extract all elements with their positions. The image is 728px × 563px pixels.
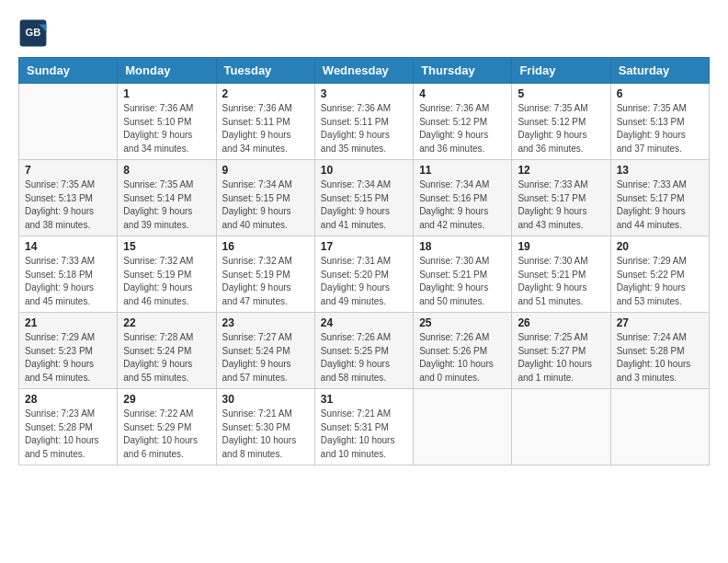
day-number: 31 xyxy=(321,393,407,406)
day-number: 1 xyxy=(123,87,210,100)
calendar-cell: 7Sunrise: 7:35 AM Sunset: 5:13 PM Daylig… xyxy=(19,160,118,236)
day-info: Sunrise: 7:35 AM Sunset: 5:12 PM Dayligh… xyxy=(518,102,604,155)
day-number: 19 xyxy=(518,240,604,253)
calendar-cell: 18Sunrise: 7:30 AM Sunset: 5:21 PM Dayli… xyxy=(414,236,512,313)
day-number: 17 xyxy=(321,240,407,253)
day-number: 28 xyxy=(25,393,111,406)
day-number: 15 xyxy=(123,240,210,253)
calendar-cell: 23Sunrise: 7:27 AM Sunset: 5:24 PM Dayli… xyxy=(216,313,314,389)
calendar-cell: 12Sunrise: 7:33 AM Sunset: 5:17 PM Dayli… xyxy=(512,160,610,236)
calendar-cell: 8Sunrise: 7:35 AM Sunset: 5:14 PM Daylig… xyxy=(118,160,216,236)
day-number: 3 xyxy=(321,87,407,100)
day-number: 6 xyxy=(617,87,703,100)
day-info: Sunrise: 7:35 AM Sunset: 5:13 PM Dayligh… xyxy=(25,178,111,232)
day-info: Sunrise: 7:36 AM Sunset: 5:12 PM Dayligh… xyxy=(419,102,506,155)
day-info: Sunrise: 7:33 AM Sunset: 5:17 PM Dayligh… xyxy=(617,178,703,232)
day-number: 7 xyxy=(25,164,111,177)
day-number: 13 xyxy=(617,164,703,177)
calendar-cell: 5Sunrise: 7:35 AM Sunset: 5:12 PM Daylig… xyxy=(512,84,610,160)
calendar-cell: 3Sunrise: 7:36 AM Sunset: 5:11 PM Daylig… xyxy=(314,84,413,160)
day-info: Sunrise: 7:26 AM Sunset: 5:25 PM Dayligh… xyxy=(321,331,407,385)
day-header-friday: Friday xyxy=(512,58,610,84)
calendar-cell: 24Sunrise: 7:26 AM Sunset: 5:25 PM Dayli… xyxy=(314,313,413,389)
day-number: 8 xyxy=(123,164,210,177)
calendar-cell xyxy=(512,389,610,465)
day-number: 29 xyxy=(123,393,210,406)
day-info: Sunrise: 7:32 AM Sunset: 5:19 PM Dayligh… xyxy=(123,255,210,308)
day-number: 2 xyxy=(222,87,309,100)
day-number: 14 xyxy=(25,240,111,253)
day-info: Sunrise: 7:30 AM Sunset: 5:21 PM Dayligh… xyxy=(518,255,604,308)
day-info: Sunrise: 7:27 AM Sunset: 5:24 PM Dayligh… xyxy=(222,331,309,385)
calendar-cell: 25Sunrise: 7:26 AM Sunset: 5:26 PM Dayli… xyxy=(414,313,512,389)
calendar-cell: 21Sunrise: 7:29 AM Sunset: 5:23 PM Dayli… xyxy=(19,313,118,389)
calendar-cell: 13Sunrise: 7:33 AM Sunset: 5:17 PM Dayli… xyxy=(610,160,709,236)
day-info: Sunrise: 7:29 AM Sunset: 5:22 PM Dayligh… xyxy=(617,255,703,308)
day-header-monday: Monday xyxy=(118,58,216,84)
day-number: 5 xyxy=(518,87,604,100)
day-number: 21 xyxy=(25,316,111,329)
header: GB xyxy=(18,18,710,48)
calendar-cell: 10Sunrise: 7:34 AM Sunset: 5:15 PM Dayli… xyxy=(314,160,413,236)
calendar-cell: 15Sunrise: 7:32 AM Sunset: 5:19 PM Dayli… xyxy=(118,236,216,313)
logo: GB xyxy=(18,18,51,48)
day-header-sunday: Sunday xyxy=(19,58,118,84)
calendar-cell: 27Sunrise: 7:24 AM Sunset: 5:28 PM Dayli… xyxy=(610,313,709,389)
day-header-wednesday: Wednesday xyxy=(314,58,413,84)
day-number: 9 xyxy=(222,164,309,177)
calendar-cell: 2Sunrise: 7:36 AM Sunset: 5:11 PM Daylig… xyxy=(216,84,314,160)
day-info: Sunrise: 7:24 AM Sunset: 5:28 PM Dayligh… xyxy=(617,331,703,385)
day-header-thursday: Thursday xyxy=(414,58,512,84)
day-info: Sunrise: 7:31 AM Sunset: 5:20 PM Dayligh… xyxy=(321,255,407,308)
day-number: 25 xyxy=(419,316,506,329)
calendar-cell: 19Sunrise: 7:30 AM Sunset: 5:21 PM Dayli… xyxy=(512,236,610,313)
day-info: Sunrise: 7:26 AM Sunset: 5:26 PM Dayligh… xyxy=(419,331,506,385)
calendar-cell: 16Sunrise: 7:32 AM Sunset: 5:19 PM Dayli… xyxy=(216,236,314,313)
day-info: Sunrise: 7:30 AM Sunset: 5:21 PM Dayligh… xyxy=(419,255,506,308)
day-number: 20 xyxy=(617,240,703,253)
day-info: Sunrise: 7:32 AM Sunset: 5:19 PM Dayligh… xyxy=(222,255,309,308)
calendar-cell: 1Sunrise: 7:36 AM Sunset: 5:10 PM Daylig… xyxy=(118,84,216,160)
week-row-2: 7Sunrise: 7:35 AM Sunset: 5:13 PM Daylig… xyxy=(19,160,710,236)
calendar-cell: 17Sunrise: 7:31 AM Sunset: 5:20 PM Dayli… xyxy=(314,236,413,313)
calendar-cell: 9Sunrise: 7:34 AM Sunset: 5:15 PM Daylig… xyxy=(216,160,314,236)
calendar-table: SundayMondayTuesdayWednesdayThursdayFrid… xyxy=(18,57,710,465)
week-row-4: 21Sunrise: 7:29 AM Sunset: 5:23 PM Dayli… xyxy=(19,313,710,389)
day-info: Sunrise: 7:36 AM Sunset: 5:10 PM Dayligh… xyxy=(123,102,210,155)
day-number: 27 xyxy=(617,316,703,329)
week-row-5: 28Sunrise: 7:23 AM Sunset: 5:28 PM Dayli… xyxy=(19,389,710,465)
day-number: 16 xyxy=(222,240,309,253)
calendar-cell: 26Sunrise: 7:25 AM Sunset: 5:27 PM Dayli… xyxy=(512,313,610,389)
day-number: 23 xyxy=(222,316,309,329)
calendar-cell: 4Sunrise: 7:36 AM Sunset: 5:12 PM Daylig… xyxy=(414,84,512,160)
calendar-cell: 29Sunrise: 7:22 AM Sunset: 5:29 PM Dayli… xyxy=(118,389,216,465)
day-number: 10 xyxy=(321,164,407,177)
day-header-saturday: Saturday xyxy=(610,58,709,84)
day-number: 24 xyxy=(321,316,407,329)
day-number: 4 xyxy=(419,87,506,100)
day-info: Sunrise: 7:34 AM Sunset: 5:16 PM Dayligh… xyxy=(419,178,506,232)
calendar-cell: 30Sunrise: 7:21 AM Sunset: 5:30 PM Dayli… xyxy=(216,389,314,465)
day-info: Sunrise: 7:33 AM Sunset: 5:17 PM Dayligh… xyxy=(518,178,604,232)
day-info: Sunrise: 7:33 AM Sunset: 5:18 PM Dayligh… xyxy=(25,255,111,308)
calendar-cell: 31Sunrise: 7:21 AM Sunset: 5:31 PM Dayli… xyxy=(314,389,413,465)
calendar-cell: 6Sunrise: 7:35 AM Sunset: 5:13 PM Daylig… xyxy=(610,84,709,160)
day-info: Sunrise: 7:36 AM Sunset: 5:11 PM Dayligh… xyxy=(321,102,407,155)
calendar-cell: 11Sunrise: 7:34 AM Sunset: 5:16 PM Dayli… xyxy=(414,160,512,236)
day-info: Sunrise: 7:25 AM Sunset: 5:27 PM Dayligh… xyxy=(518,331,604,385)
calendar-cell: 14Sunrise: 7:33 AM Sunset: 5:18 PM Dayli… xyxy=(19,236,118,313)
day-info: Sunrise: 7:22 AM Sunset: 5:29 PM Dayligh… xyxy=(123,408,210,461)
day-header-tuesday: Tuesday xyxy=(216,58,314,84)
day-info: Sunrise: 7:23 AM Sunset: 5:28 PM Dayligh… xyxy=(25,408,111,461)
week-row-3: 14Sunrise: 7:33 AM Sunset: 5:18 PM Dayli… xyxy=(19,236,710,313)
day-info: Sunrise: 7:35 AM Sunset: 5:13 PM Dayligh… xyxy=(617,102,703,155)
day-number: 30 xyxy=(222,393,309,406)
day-info: Sunrise: 7:29 AM Sunset: 5:23 PM Dayligh… xyxy=(25,331,111,385)
day-number: 22 xyxy=(123,316,210,329)
day-info: Sunrise: 7:34 AM Sunset: 5:15 PM Dayligh… xyxy=(222,178,309,232)
calendar-cell: 22Sunrise: 7:28 AM Sunset: 5:24 PM Dayli… xyxy=(118,313,216,389)
week-row-1: 1Sunrise: 7:36 AM Sunset: 5:10 PM Daylig… xyxy=(19,84,710,160)
day-info: Sunrise: 7:35 AM Sunset: 5:14 PM Dayligh… xyxy=(123,178,210,232)
day-info: Sunrise: 7:21 AM Sunset: 5:30 PM Dayligh… xyxy=(222,408,309,461)
day-number: 18 xyxy=(419,240,506,253)
